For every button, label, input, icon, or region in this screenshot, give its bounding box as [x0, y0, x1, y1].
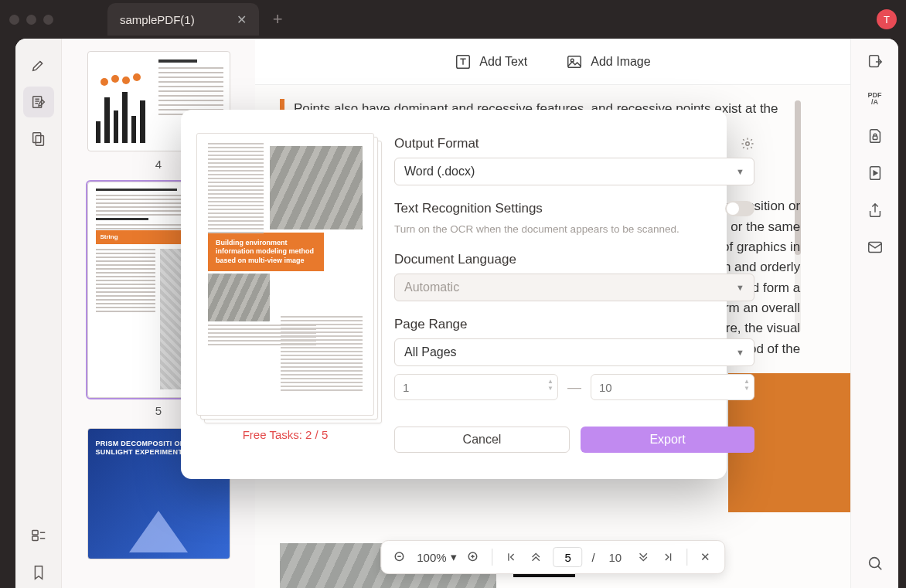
range-to-input[interactable] — [591, 374, 754, 400]
export-button[interactable]: Export — [581, 427, 754, 453]
svg-point-15 — [746, 142, 750, 146]
preview-page-stack: Building environment information modelin… — [196, 133, 374, 416]
caret-down-icon: ▼ — [736, 167, 744, 176]
language-label: Document Language — [394, 252, 754, 267]
free-tasks-counter: Free Tasks: 2 / 5 — [243, 428, 329, 441]
output-format-select[interactable]: Word (.docx) ▼ — [394, 158, 754, 185]
export-options-pane: Output Format Word (.docx) ▼ Text Recogn… — [390, 110, 787, 479]
page-range-inputs: ▲▼ — ▲▼ — [394, 374, 754, 400]
range-dash: — — [566, 379, 583, 396]
caret-down-icon: ▼ — [736, 283, 744, 292]
export-dialog: Building environment information modelin… — [181, 110, 727, 479]
output-format-value: Word (.docx) — [404, 165, 475, 178]
language-value: Automatic — [404, 280, 459, 294]
dialog-buttons: Cancel Export — [394, 427, 754, 453]
gear-icon[interactable] — [741, 137, 754, 151]
page-range-value: All Pages — [404, 345, 457, 359]
step-up-icon[interactable]: ▲ — [744, 379, 750, 385]
caret-down-icon: ▼ — [736, 348, 744, 357]
step-down-icon[interactable]: ▼ — [547, 386, 553, 392]
page-range-select[interactable]: All Pages ▼ — [394, 338, 754, 366]
language-select: Automatic ▼ — [394, 274, 754, 301]
cancel-button[interactable]: Cancel — [394, 427, 570, 453]
step-up-icon[interactable]: ▲ — [547, 379, 553, 385]
step-down-icon[interactable]: ▼ — [744, 386, 750, 392]
preview-page: Building environment information modelin… — [196, 133, 374, 416]
range-from-input[interactable] — [394, 374, 558, 400]
output-format-label: Output Format — [394, 136, 754, 151]
preview-callout: Building environment information modelin… — [208, 233, 324, 271]
page-range-label: Page Range — [394, 317, 754, 332]
export-preview-pane: Building environment information modelin… — [181, 110, 390, 479]
ocr-label: Text Recognition Settings — [394, 201, 754, 216]
ocr-toggle[interactable] — [725, 201, 754, 216]
ocr-hint: Turn on the OCR when the document appear… — [394, 223, 754, 236]
